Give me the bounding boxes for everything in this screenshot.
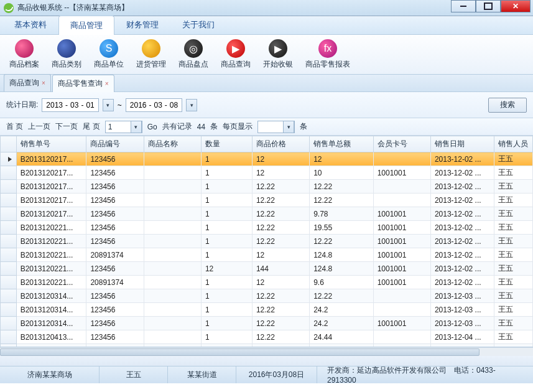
cell[interactable]: 1001001 — [373, 262, 430, 276]
cell[interactable]: 123456 — [86, 166, 144, 180]
cell[interactable]: 123456 — [86, 303, 144, 317]
page-dropdown[interactable]: ▾ — [131, 121, 142, 133]
cell[interactable] — [373, 289, 430, 303]
cell[interactable]: 123456 — [86, 207, 144, 221]
cell[interactable]: 1001001 — [373, 207, 430, 221]
cell[interactable]: 1 — [201, 248, 252, 262]
row-handle[interactable] — [1, 289, 17, 303]
cell[interactable]: 2013-12-02 ... — [430, 221, 494, 235]
row-handle[interactable] — [1, 194, 17, 207]
cell[interactable]: 2013-12-02 ... — [430, 207, 494, 221]
cell[interactable] — [373, 152, 430, 166]
cell[interactable]: B2013120217... — [16, 180, 86, 194]
column-header-1[interactable]: 商品编号 — [86, 136, 144, 152]
cell[interactable]: 12.22 — [310, 289, 374, 303]
cell[interactable]: 1 — [201, 166, 252, 180]
cell[interactable]: 12.22 — [252, 221, 309, 235]
cell[interactable]: 12.22 — [310, 180, 374, 194]
cell[interactable] — [373, 194, 430, 207]
table-row[interactable]: B2013120217...123456112.2212.222013-12-0… — [1, 194, 533, 207]
row-handle[interactable] — [1, 221, 17, 235]
column-header-6[interactable]: 会员卡号 — [373, 136, 430, 152]
column-header-7[interactable]: 销售日期 — [430, 136, 494, 152]
cell[interactable]: 1 — [201, 303, 252, 317]
content-tab-0[interactable]: 商品查询× — [4, 74, 51, 91]
toolbar-item-6[interactable]: ▶开始收银 — [259, 39, 297, 70]
cell[interactable]: 王五 — [494, 330, 533, 344]
cell[interactable]: 王五 — [494, 262, 533, 276]
cell[interactable]: 12.22 — [252, 330, 309, 344]
cell[interactable] — [144, 152, 201, 166]
table-row[interactable]: B2013120314...123456112.2224.21001001201… — [1, 317, 533, 330]
table-row[interactable]: B2013120221...123456112.2219.55100100120… — [1, 221, 533, 235]
cell[interactable] — [144, 207, 201, 221]
cell[interactable]: 2013-12-02 ... — [430, 235, 494, 248]
cell[interactable] — [144, 303, 201, 317]
table-row[interactable]: B2013120217...123456112.229.781001001201… — [1, 207, 533, 221]
column-header-0[interactable]: 销售单号 — [16, 136, 86, 152]
cell[interactable] — [144, 276, 201, 289]
table-row[interactable]: B2013120221...208913741129.610010012013-… — [1, 276, 533, 289]
cell[interactable]: 144 — [252, 262, 309, 276]
cell[interactable] — [144, 221, 201, 235]
cell[interactable]: 2013-12-03 ... — [430, 317, 494, 330]
per-page-dropdown[interactable]: ▾ — [283, 121, 294, 133]
cell[interactable]: 12.22 — [252, 207, 309, 221]
cell[interactable]: 1001001 — [373, 166, 430, 180]
toolbar-item-3[interactable]: 进货管理 — [132, 39, 170, 70]
toolbar-item-7[interactable]: fx商品零售报表 — [301, 39, 355, 70]
cell[interactable]: 王五 — [494, 303, 533, 317]
table-row[interactable]: B2013120221...123456112.2212.22100100120… — [1, 235, 533, 248]
menu-tab-0[interactable]: 基本资料 — [2, 15, 58, 34]
cell[interactable]: B2013120221... — [16, 262, 86, 276]
table-row[interactable]: B2013120314...123456112.2224.22013-12-03… — [1, 303, 533, 317]
cell[interactable]: 123456 — [86, 289, 144, 303]
table-row[interactable]: B2013120221...12345612144124.81001001201… — [1, 262, 533, 276]
column-header-8[interactable]: 销售人员 — [494, 136, 533, 152]
cell[interactable]: 王五 — [494, 317, 533, 330]
cell[interactable]: 1 — [201, 207, 252, 221]
column-header-4[interactable]: 商品价格 — [252, 136, 309, 152]
row-handle[interactable] — [1, 180, 17, 194]
menu-tab-1[interactable]: 商品管理 — [58, 16, 114, 35]
cell[interactable]: 123456 — [86, 262, 144, 276]
cell[interactable]: 9.78 — [310, 207, 374, 221]
toolbar-item-5[interactable]: ▶商品查询 — [216, 39, 255, 70]
cell[interactable]: 12 — [252, 152, 309, 166]
cell[interactable]: 12.22 — [252, 289, 309, 303]
content-tab-1[interactable]: 商品零售查询× — [52, 75, 114, 92]
date-to-input[interactable]: 2016- 03- 08 — [126, 98, 182, 112]
cell[interactable] — [144, 248, 201, 262]
cell[interactable] — [373, 330, 430, 344]
cell[interactable]: 20891374 — [86, 276, 144, 289]
minimize-button[interactable] — [451, 0, 476, 12]
cell[interactable]: 2013-12-02 ... — [430, 152, 494, 166]
menu-tab-2[interactable]: 财务管理 — [114, 15, 170, 34]
cell[interactable]: 1 — [201, 194, 252, 207]
cell[interactable]: 1 — [201, 152, 252, 166]
cell[interactable]: 2013-12-03 ... — [430, 303, 494, 317]
row-handle[interactable] — [1, 317, 17, 330]
cell[interactable]: 12 — [201, 262, 252, 276]
toolbar-item-4[interactable]: ◎商品盘点 — [174, 39, 213, 70]
table-row[interactable]: B2013120221...20891374112124.81001001201… — [1, 248, 533, 262]
cell[interactable]: 12.22 — [310, 235, 374, 248]
menu-tab-3[interactable]: 关于我们 — [170, 15, 226, 34]
cell[interactable]: 123456 — [86, 180, 144, 194]
cell[interactable]: B2013120217... — [16, 207, 86, 221]
cell[interactable]: B2013120221... — [16, 221, 86, 235]
cell[interactable]: 1001001 — [373, 235, 430, 248]
cell[interactable]: 12 — [310, 152, 374, 166]
cell[interactable]: 123456 — [86, 221, 144, 235]
row-handle[interactable] — [1, 235, 17, 248]
cell[interactable]: B2013120221... — [16, 235, 86, 248]
cell[interactable]: 2013-12-02 ... — [430, 248, 494, 262]
row-handle[interactable] — [1, 262, 17, 276]
cell[interactable]: 12.22 — [310, 194, 374, 207]
cell[interactable]: 1 — [201, 330, 252, 344]
row-handle[interactable] — [1, 276, 17, 289]
cell[interactable]: 1 — [201, 235, 252, 248]
cell[interactable]: 1 — [201, 317, 252, 330]
cell[interactable]: B2013120217... — [16, 166, 86, 180]
row-handle[interactable] — [1, 248, 17, 262]
